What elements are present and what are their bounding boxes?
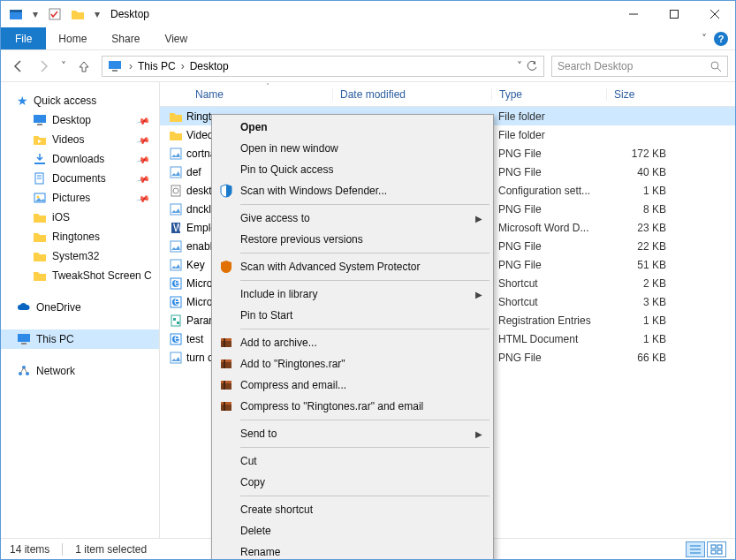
menu-item[interactable]: Send to▶ [214,423,491,444]
svg-rect-32 [171,260,181,270]
close-button[interactable] [694,1,735,27]
breadcrumb-dropdown-icon[interactable]: ˅ [517,60,522,72]
nav-this-pc[interactable]: This PC [1,329,159,349]
sidebar-item[interactable]: Desktop📌 [1,110,159,130]
nav-back-button[interactable] [8,56,29,77]
search-input[interactable]: Search Desktop [551,56,728,77]
menu-item[interactable]: Create shortcut [214,499,491,520]
menu-item[interactable]: Open in new window [214,138,491,159]
svg-text:e: e [174,276,180,289]
nav-recent-dropdown[interactable]: ˅ [57,56,70,77]
menu-item[interactable]: Restore previous versions [214,229,491,250]
menu-item[interactable]: Delete [214,520,491,541]
breadcrumb[interactable]: › This PC › Desktop ˅ [102,56,544,77]
titlebar: ▾ ▾ Desktop [1,1,735,27]
chevron-right-icon[interactable]: › [179,60,186,72]
menu-item[interactable]: Include in library▶ [214,284,491,305]
view-mode-buttons [686,541,726,557]
svg-rect-61 [224,381,225,390]
folder-icon [169,110,183,124]
svg-rect-49 [711,545,716,549]
menu-item[interactable]: Copy [214,472,491,493]
menu-separator [240,447,489,448]
search-placeholder: Search Desktop [558,60,633,72]
svg-rect-19 [18,334,30,342]
menu-item[interactable]: Compress and email... [214,375,491,396]
png-icon [169,202,183,216]
svg-line-10 [717,68,721,72]
column-header-size[interactable]: Size [606,88,677,101]
help-icon[interactable]: ? [714,32,728,46]
qat-properties-icon[interactable] [45,4,64,24]
svg-rect-64 [224,402,225,411]
menu-separator [240,420,489,420]
sidebar-item[interactable]: Documents📌 [1,169,159,188]
menu-separator [240,329,489,329]
rar-icon [218,398,234,414]
nav-network[interactable]: Network [1,361,159,381]
menu-item[interactable]: Add to "Ringtones.rar" [214,353,491,375]
pin-icon: 📌 [136,152,150,166]
svg-rect-51 [711,550,716,554]
menu-item[interactable]: Pin to Quick access [214,159,491,180]
folder-video-icon [33,132,47,147]
chevron-right-icon: ▶ [475,429,482,439]
ini-icon [169,184,183,198]
ribbon-collapse-icon[interactable]: ˅ [702,33,707,45]
menu-item[interactable]: Rename [214,541,491,560]
breadcrumb-segment[interactable]: This PC [134,60,179,72]
qat-folder-icon[interactable] [68,4,87,24]
menu-item[interactable]: Scan with Windows Defender... [214,180,491,201]
maximize-button[interactable] [654,1,694,27]
ribbon-file-tab[interactable]: File [1,27,46,49]
menu-item[interactable]: Open [214,117,491,138]
sidebar-item[interactable]: Downloads📌 [1,149,159,169]
ribbon-tab-view[interactable]: View [152,27,200,49]
sidebar-item[interactable]: System32 [1,246,159,266]
menu-item[interactable]: Give access to▶ [214,208,491,229]
breadcrumb-segment[interactable]: Desktop [186,60,232,72]
nav-up-button[interactable] [73,56,95,77]
svg-rect-7 [109,61,121,69]
svg-rect-4 [671,11,679,19]
sidebar-item[interactable]: iOS [1,208,159,227]
menu-item[interactable]: Pin to Start [214,305,491,326]
column-header-date[interactable]: Date modified [332,88,491,101]
view-details-button[interactable] [686,541,705,557]
nav-onedrive[interactable]: OneDrive [1,298,159,317]
nav-forward-button[interactable] [33,56,54,77]
qat-app-icon[interactable] [6,4,26,24]
view-thumbnails-button[interactable] [707,541,726,557]
column-header-name[interactable]: Name [160,88,332,101]
sort-indicator-icon: ˄ [266,82,269,90]
png-icon [169,239,183,254]
sidebar-item[interactable]: Videos📌 [1,130,159,149]
search-icon [709,60,722,72]
refresh-icon[interactable] [526,60,538,72]
menu-item[interactable]: Add to archive... [214,332,491,353]
sidebar-item[interactable]: Pictures📌 [1,188,159,208]
svg-rect-55 [224,338,225,347]
ribbon-tab-home[interactable]: Home [46,27,99,49]
sidebar-item[interactable]: Ringtones [1,227,159,246]
minimize-button[interactable] [613,1,654,27]
folder-icon [33,230,47,244]
svg-text:W: W [173,222,183,234]
qat-dropdown-icon[interactable]: ▾ [91,4,103,24]
chevron-right-icon[interactable]: › [127,60,134,72]
qat-app-dropdown[interactable]: ▾ [29,4,42,24]
column-header-type[interactable]: Type [491,88,606,101]
ribbon-tab-share[interactable]: Share [99,27,152,49]
svg-rect-11 [34,115,46,123]
ribbon-tabs: File Home Share View ˅ ? [1,27,735,50]
svg-rect-45 [171,352,181,363]
asp-icon [218,259,234,275]
nav-quick-access[interactable]: ★ Quick access [1,91,159,110]
svg-rect-20 [21,343,27,344]
svg-text:e: e [174,332,180,344]
downloads-icon [33,152,47,166]
menu-item[interactable]: Compress to "Ringtones.rar" and email [214,396,491,417]
menu-item[interactable]: Cut [214,450,491,472]
menu-item[interactable]: Scan with Advanced System Protector [214,256,491,277]
sidebar-item[interactable]: TweakShot Screen C [1,266,159,285]
